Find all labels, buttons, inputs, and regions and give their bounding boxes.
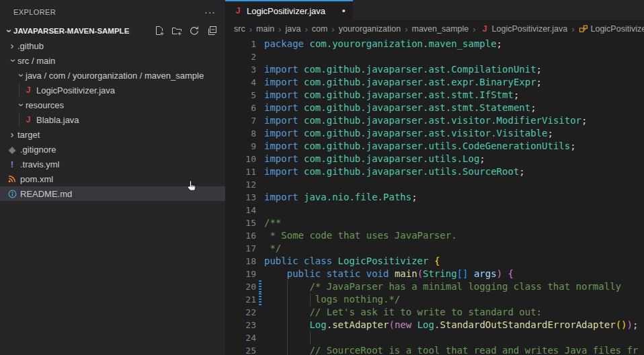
code-line-text: */ [256, 242, 281, 255]
code-line-18[interactable]: 18public class LogicPositivizer { [225, 255, 644, 268]
breadcrumb-separator: › [278, 24, 281, 34]
breadcrumb-item-java[interactable]: java [285, 24, 300, 34]
line-number[interactable]: 9 [225, 140, 256, 153]
tree-item-resources[interactable]: ›resources [0, 97, 225, 112]
code-line-text: Log.setAdapter(new Log.StandardOutStanda… [256, 319, 638, 331]
breadcrumb-item-logicpositivizer-java[interactable]: JLogicPositivizer.java [480, 24, 568, 34]
code-line-4[interactable]: 4import com.github.javaparser.ast.expr.B… [225, 76, 644, 89]
code-line-text: import com.github.javaparser.ast.expr.Bi… [256, 76, 542, 89]
code-line-21[interactable]: 21 logs nothing.*/ [225, 293, 644, 306]
indent-guide [287, 344, 288, 355]
breadcrumb-item-com[interactable]: com [312, 24, 328, 34]
collapse-all-icon[interactable] [205, 24, 218, 38]
breadcrumb-label: maven_sample [411, 24, 469, 34]
project-root-label: JAVAPARSER-MAVEN-SAMPLE [13, 27, 129, 35]
indent-guide [287, 306, 288, 319]
breadcrumb-item-src[interactable]: src [234, 24, 245, 34]
line-number[interactable]: 1 [225, 38, 256, 50]
line-number[interactable]: 22 [225, 306, 256, 319]
modified-line-marker [259, 293, 261, 306]
code-line-6[interactable]: 6import com.github.javaparser.ast.stmt.S… [225, 102, 644, 114]
tree-indent-guide [19, 83, 19, 97]
cursor-hand-icon [184, 179, 199, 196]
code-line-11[interactable]: 11import com.github.javaparser.utils.Sou… [225, 165, 644, 178]
line-number[interactable]: 14 [225, 204, 256, 216]
tree-item-label: Blabla.java [36, 115, 79, 125]
line-number[interactable]: 23 [225, 319, 256, 331]
line-number[interactable]: 4 [225, 76, 256, 89]
code-line-25[interactable]: 25 // SourceRoot is a tool that read and… [225, 344, 644, 355]
line-number[interactable]: 11 [225, 165, 256, 178]
breadcrumb-item-yourorganization[interactable]: yourorganization [339, 24, 401, 34]
line-number[interactable]: 7 [225, 114, 256, 127]
tree-item-gitignore[interactable]: ◈.gitignore [0, 142, 225, 157]
code-line-14[interactable]: 14 [225, 204, 644, 216]
tree-item-logicpositivizer-java[interactable]: JLogicPositivizer.java [0, 83, 225, 97]
code-line-8[interactable]: 8import com.github.javaparser.ast.visito… [225, 127, 644, 140]
tree-item-blabla-java[interactable]: JBlabla.java [0, 112, 225, 127]
line-number[interactable]: 24 [225, 331, 256, 344]
code-line-text: import com.github.javaparser.ast.Compila… [256, 63, 542, 76]
chevron-right-icon: › [7, 130, 17, 139]
more-actions-icon[interactable]: ··· [204, 7, 216, 17]
code-line-text: logs nothing.*/ [256, 293, 400, 306]
modified-dot-icon[interactable]: ● [342, 7, 346, 14]
line-number[interactable]: 13 [225, 191, 256, 204]
code-line-10[interactable]: 10import com.github.javaparser.utils.Log… [225, 153, 644, 165]
code-line-16[interactable]: 16 * Some code that uses JavaParser. [225, 229, 644, 242]
code-line-15[interactable]: 15/** [225, 216, 644, 229]
code-line-text [256, 331, 264, 344]
java-file-icon: J [23, 115, 34, 124]
code-line-3[interactable]: 3import com.github.javaparser.ast.Compil… [225, 63, 644, 76]
explorer-actions [153, 24, 225, 38]
code-line-17[interactable]: 17 */ [225, 242, 644, 255]
breadcrumb-label: java [285, 24, 300, 34]
code-line-2[interactable]: 2 [225, 50, 644, 63]
line-number[interactable]: 25 [225, 344, 256, 355]
breadcrumb-item-logicpositivizer[interactable]: LogicPositivizer [578, 24, 644, 34]
code-line-7[interactable]: 7import com.github.javaparser.ast.visito… [225, 114, 644, 127]
line-number[interactable]: 10 [225, 153, 256, 165]
code-line-19[interactable]: 19 public static void main(String[] args… [225, 268, 644, 280]
code-line-5[interactable]: 5import com.github.javaparser.ast.stmt.I… [225, 89, 644, 102]
tab-logicpositivizer[interactable]: J LogicPositivizer.java ● [225, 0, 353, 20]
line-number[interactable]: 21 [225, 293, 256, 306]
line-number[interactable]: 20 [225, 280, 256, 293]
code-line-22[interactable]: 22 // Let's ask it to write to standard … [225, 306, 644, 319]
new-file-icon[interactable] [153, 24, 166, 38]
project-root-row[interactable]: › JAVAPARSER-MAVEN-SAMPLE [0, 24, 225, 38]
line-number[interactable]: 19 [225, 268, 256, 280]
tab-label: LogicPositivizer.java [247, 6, 325, 16]
breadcrumb-separator: › [249, 24, 252, 34]
code-line-20[interactable]: 20 /* JavaParser has a minimal logging c… [225, 280, 644, 293]
code-line-text: import com.github.javaparser.utils.Sourc… [256, 165, 525, 178]
tree-item-github[interactable]: ›.github [0, 38, 225, 53]
line-number[interactable]: 8 [225, 127, 256, 140]
refresh-icon[interactable] [188, 24, 201, 38]
tree-item-src-main[interactable]: ›src / main [0, 53, 225, 68]
code-line-12[interactable]: 12 [225, 178, 644, 191]
code-line-9[interactable]: 9import com.github.javaparser.utils.Code… [225, 140, 644, 153]
line-number[interactable]: 2 [225, 50, 256, 63]
line-number[interactable]: 15 [225, 216, 256, 229]
code-line-1[interactable]: 1package com.yourorganization.maven_samp… [225, 38, 644, 50]
line-number[interactable]: 16 [225, 229, 256, 242]
line-number[interactable]: 18 [225, 255, 256, 268]
tree-item-label: resources [26, 100, 64, 110]
line-number[interactable]: 17 [225, 242, 256, 255]
breadcrumb-item-maven-sample[interactable]: maven_sample [411, 24, 469, 34]
line-number[interactable]: 12 [225, 178, 256, 191]
tree-item-java-com-yourorganization-maven-sample[interactable]: ›java / com / yourorganization / maven_s… [0, 68, 225, 83]
line-number[interactable]: 3 [225, 63, 256, 76]
breadcrumb-item-main[interactable]: main [256, 24, 274, 34]
code-line-23[interactable]: 23 Log.setAdapter(new Log.StandardOutSta… [225, 319, 644, 331]
code-line-13[interactable]: 13import java.nio.file.Paths; [225, 191, 644, 204]
line-number[interactable]: 6 [225, 102, 256, 114]
code-line-24[interactable]: 24 [225, 331, 644, 344]
tree-item-label: .gitignore [20, 145, 56, 155]
tree-item-travis-yml[interactable]: !.travis.yml [0, 157, 225, 171]
new-folder-icon[interactable] [170, 24, 184, 38]
code-editor[interactable]: 1package com.yourorganization.maven_samp… [225, 38, 644, 355]
line-number[interactable]: 5 [225, 89, 256, 102]
tree-item-target[interactable]: ›target [0, 127, 225, 142]
